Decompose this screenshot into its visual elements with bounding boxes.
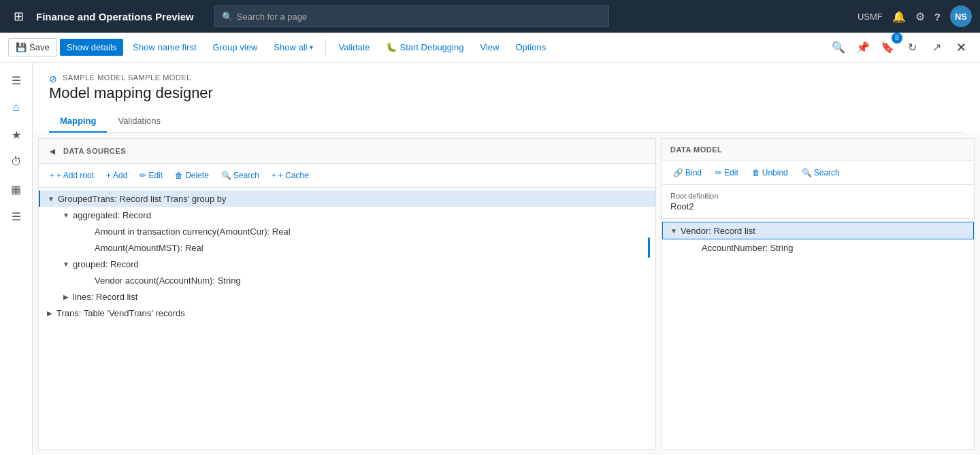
dm-search-button[interactable]: 🔍 Search: [796, 165, 845, 180]
expand-icon[interactable]: ▶: [44, 307, 55, 318]
datasources-tree: ▼ GroupedTrans: Record list 'Trans' grou…: [39, 188, 655, 449]
tree-item[interactable]: ▶ lines: Record list: [39, 288, 655, 305]
datamodel-toolbar: 🔗 Bind ✏ Edit 🗑 Unbind 🔍 Search: [662, 161, 974, 185]
tree-item[interactable]: ▼ GroupedTrans: Record list 'Trans' grou…: [39, 190, 655, 207]
close-button[interactable]: ✕: [950, 37, 972, 58]
add-root-icon: +: [50, 171, 54, 180]
dm-collapse-icon[interactable]: ▼: [668, 225, 679, 236]
help-icon[interactable]: ?: [934, 11, 941, 22]
content-area: ⊘ SAMPLE MODEL SAMPLE MODEL Model mappin…: [33, 63, 980, 455]
top-nav-right: USMF 🔔 ⚙ ? NS: [858, 5, 972, 27]
link-icon: 🔗: [673, 168, 683, 178]
bug-icon: 🐛: [386, 42, 397, 52]
notification-area: 🔖 8: [877, 37, 898, 58]
usmf-label: USMF: [858, 12, 883, 22]
search-ds-icon: 🔍: [221, 171, 231, 180]
tree-item[interactable]: ▶ Vendor account(AccountNum): String: [39, 272, 655, 288]
unbind-button[interactable]: 🗑 Unbind: [747, 165, 794, 180]
sidebar-favorites-icon[interactable]: ★: [4, 122, 29, 147]
add-button[interactable]: + Add: [101, 168, 133, 183]
grid-icon[interactable]: ⊞: [8, 6, 29, 27]
trash-dm-icon: 🗑: [752, 168, 760, 178]
external-link-button[interactable]: ↗: [926, 37, 947, 58]
left-sidebar: ☰ ⌂ ★ ⏱ ▦ ☰: [0, 63, 33, 455]
edit-icon: ✏: [140, 171, 146, 180]
scroll-indicator: [648, 237, 650, 258]
gear-icon[interactable]: ⚙: [915, 10, 925, 23]
datamodel-tree: ▼ Vendor: Record list ▶ AccountNumber: S…: [662, 219, 974, 449]
page-title: Model mapping designer: [49, 84, 964, 102]
datasources-toolbar: + + Add root + Add ✏ Edit 🗑 Delete: [39, 164, 655, 188]
sidebar-workspaces-icon[interactable]: ▦: [4, 177, 29, 201]
root-definition: Root definition Root2: [662, 185, 974, 219]
main-layout: ☰ ⌂ ★ ⏱ ▦ ☰ ⊘ SAMPLE MODEL SAMPLE MODEL …: [0, 63, 980, 455]
delete-button[interactable]: 🗑 Delete: [169, 168, 214, 183]
datamodel-header: DATA MODEL: [662, 139, 974, 161]
pin-button[interactable]: 📌: [852, 37, 874, 58]
collapse-icon[interactable]: ▼: [61, 209, 71, 220]
bell-icon[interactable]: 🔔: [892, 10, 906, 23]
save-button[interactable]: 💾 Save: [8, 38, 57, 56]
show-details-button[interactable]: Show details: [60, 39, 124, 56]
filter-icon[interactable]: ⊘: [49, 73, 57, 84]
sidebar-home-icon[interactable]: ⌂: [4, 95, 29, 120]
avatar[interactable]: NS: [950, 5, 972, 27]
tree-item[interactable]: ▼ aggregated: Record: [39, 207, 655, 223]
datasources-collapse-btn[interactable]: ◀: [47, 146, 58, 156]
sidebar-menu-icon[interactable]: ☰: [4, 68, 29, 92]
trash-icon: 🗑: [175, 171, 183, 180]
page-header: ⊘ SAMPLE MODEL SAMPLE MODEL Model mappin…: [33, 63, 980, 133]
sidebar-modules-icon[interactable]: ☰: [4, 204, 29, 229]
save-icon: 💾: [16, 42, 27, 52]
tree-item[interactable]: ▶ Trans: Table 'VendTrans' records: [39, 305, 655, 321]
tab-bar: Mapping Validations: [49, 110, 964, 133]
add-icon: +: [106, 171, 111, 180]
show-name-first-button[interactable]: Show name first: [126, 39, 203, 56]
tab-validations[interactable]: Validations: [107, 110, 172, 133]
edit-button[interactable]: ✏ Edit: [134, 168, 168, 183]
search-icon: 🔍: [222, 12, 233, 22]
expand-icon[interactable]: ▶: [61, 291, 71, 302]
refresh-button[interactable]: ↻: [901, 37, 923, 58]
top-navigation: ⊞ Finance and Operations Preview 🔍 USMF …: [0, 0, 980, 33]
add-root-button[interactable]: + + Add root: [44, 168, 99, 183]
datasources-pane: ◀ DATA SOURCES + + Add root + Add ✏ Edit: [38, 138, 656, 450]
tree-item[interactable]: ▼ grouped: Record: [39, 256, 655, 272]
root-def-label: Root definition: [670, 192, 966, 200]
notification-badge: 8: [892, 33, 902, 44]
breadcrumb: SAMPLE MODEL SAMPLE MODEL: [63, 73, 191, 82]
separator-1: [325, 39, 326, 56]
datamodel-pane: DATA MODEL 🔗 Bind ✏ Edit 🗑 Unbind: [662, 138, 975, 450]
dm-edit-icon: ✏: [715, 168, 722, 178]
dm-edit-button[interactable]: ✏ Edit: [710, 165, 744, 180]
global-search[interactable]: 🔍: [214, 5, 609, 27]
options-button[interactable]: Options: [508, 39, 553, 56]
datasources-header: ◀ DATA SOURCES: [39, 139, 655, 164]
validate-button[interactable]: Validate: [331, 39, 376, 56]
sidebar-recent-icon[interactable]: ⏱: [4, 150, 29, 174]
chevron-down-icon: ▾: [310, 44, 313, 51]
dm-tree-item[interactable]: ▼ Vendor: Record list: [662, 222, 974, 239]
group-view-button[interactable]: Group view: [206, 39, 265, 56]
search-toolbar-button[interactable]: 🔍: [828, 37, 849, 58]
dm-search-icon: 🔍: [802, 168, 812, 178]
cache-icon: +: [272, 171, 276, 180]
cache-button[interactable]: + + Cache: [266, 168, 314, 183]
start-debugging-button[interactable]: 🐛 Start Debugging: [379, 39, 470, 56]
tab-mapping[interactable]: Mapping: [49, 110, 107, 133]
collapse-icon[interactable]: ▼: [61, 258, 71, 269]
app-title: Finance and Operations Preview: [36, 11, 194, 22]
split-pane: ◀ DATA SOURCES + + Add root + Add ✏ Edit: [33, 133, 980, 455]
root-def-value: Root2: [670, 201, 966, 212]
dm-tree-item[interactable]: ▶ AccountNumber: String: [662, 239, 974, 256]
search-ds-button[interactable]: 🔍 Search: [216, 168, 265, 183]
main-toolbar: 💾 Save Show details Show name first Grou…: [0, 33, 980, 63]
tree-item[interactable]: ▶ Amount(AmountMST): Real: [39, 239, 655, 256]
collapse-icon[interactable]: ▼: [46, 193, 56, 204]
tree-item[interactable]: ▶ Amount in transaction currency(AmountC…: [39, 223, 655, 239]
datasources-title: DATA SOURCES: [63, 147, 126, 155]
view-button[interactable]: View: [473, 39, 506, 56]
bind-button[interactable]: 🔗 Bind: [668, 165, 707, 180]
show-all-button[interactable]: Show all ▾: [267, 39, 320, 56]
search-input[interactable]: [237, 12, 602, 22]
